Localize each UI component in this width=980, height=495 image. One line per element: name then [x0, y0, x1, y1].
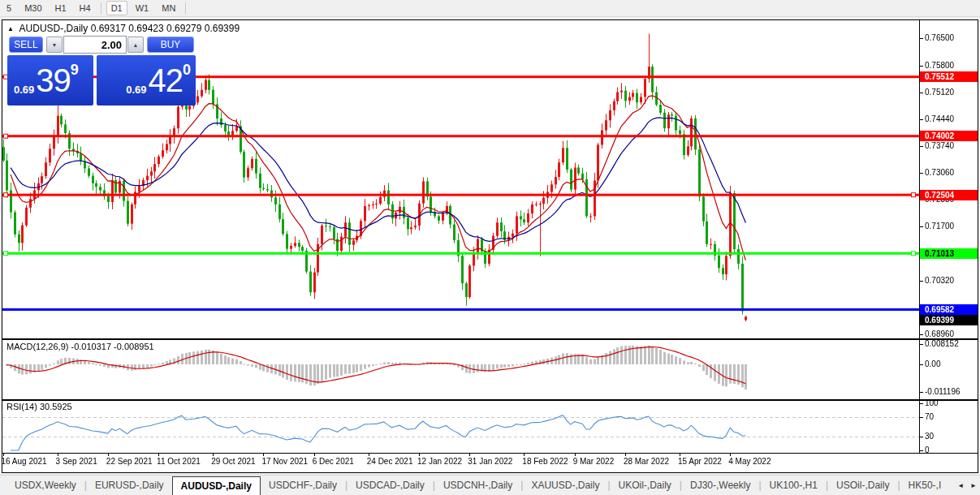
buy-price-display[interactable]: 0.69 42 0 — [97, 55, 196, 105]
rsi-axis-tick: 30 — [925, 432, 934, 441]
date-axis-tick: 29 Oct 2021 — [211, 457, 255, 466]
sell-button[interactable]: SELL — [9, 37, 43, 53]
chart-symbol-label: AUDUSD-,Daily — [19, 23, 89, 34]
buy-button[interactable]: BUY — [147, 37, 194, 53]
timeframe-button-d1[interactable]: D1 — [106, 1, 127, 15]
date-axis-tick: 28 Mar 2022 — [624, 457, 669, 466]
sell-price-small: 0.69 — [14, 84, 34, 96]
timeframe-button-h4[interactable]: H4 — [75, 1, 96, 15]
date-axis-tick: 6 Dec 2021 — [313, 457, 354, 466]
date-axis-tick: 24 Dec 2021 — [367, 457, 413, 466]
line-price-badge: 0.75512 — [920, 71, 978, 82]
volume-input[interactable] — [63, 36, 127, 54]
tab-dj30-weekly[interactable]: DJ30-,Weekly — [682, 476, 758, 495]
price-axis-tick: 0.68960 — [925, 329, 954, 338]
macd-label: MACD(12,26,9) -0.010317 -0.008951 — [6, 342, 154, 351]
sell-price-display[interactable]: 0.69 39 9 — [7, 55, 93, 105]
toolbar-separator — [185, 2, 186, 14]
volume-increase-button[interactable]: ▲ — [127, 37, 144, 53]
tab-usdcnh-daily[interactable]: USDCNH-,Daily — [435, 476, 520, 495]
date-axis-tick: 31 Jan 2022 — [468, 457, 512, 466]
toolbar-separator — [101, 2, 101, 14]
timeframe-button-5[interactable]: 5 — [2, 1, 16, 15]
timeframe-button-h1[interactable]: H1 — [50, 1, 71, 15]
date-axis-tick: 16 Aug 2021 — [2, 457, 47, 466]
buy-price-big: 42 — [148, 64, 183, 97]
rsi-axis-tick: 0 — [925, 446, 930, 454]
buy-price-small: 0.69 — [126, 84, 146, 96]
date-axis-tick: 18 Feb 2022 — [522, 457, 568, 466]
buy-price-pip: 0 — [183, 62, 191, 79]
mt4-terminal: 5M30H1H4D1W1MN ▲ AUDUSD-,Daily 0.69317 0… — [0, 0, 980, 495]
rsi-axis-tick: 70 — [925, 412, 934, 421]
symbol-tab-bar: USDX,Weekly|EURUSD-,DailyAUDUSD-,DailyUS… — [0, 475, 980, 495]
chart-ohlc-label: 0.69317 0.69423 0.69279 0.69399 — [91, 23, 240, 34]
tab-usdchf-daily[interactable]: USDCHF-,Daily — [261, 476, 345, 495]
tab-audusd-daily[interactable]: AUDUSD-,Daily — [172, 476, 261, 495]
price-axis-tick: 0.74440 — [925, 114, 954, 123]
chart-window: ▲ AUDUSD-,Daily 0.69317 0.69423 0.69279 … — [2, 19, 978, 473]
date-axis-tick: 3 Sep 2021 — [56, 457, 97, 466]
tab-scroll-arrows: ◄ ► — [957, 476, 977, 495]
price-axis-tick: 0.75800 — [925, 61, 954, 70]
macd-axis-tick: 0.008152 — [925, 339, 959, 348]
timeframe-toolbar: 5M30H1H4D1W1MN — [0, 0, 980, 17]
price-axis-tick: 0.73060 — [925, 168, 954, 177]
tab-xauusd-daily[interactable]: XAUUSD-,Daily — [523, 476, 607, 495]
tab-usdx-weekly[interactable]: USDX,Weekly — [6, 476, 84, 495]
date-axis-tick: 15 Apr 2022 — [678, 457, 722, 466]
one-click-trade-panel: SELL ▼ ▲ BUY 0.69 39 9 0.69 42 0 — [7, 36, 196, 106]
tab-eurusd-daily[interactable]: EURUSD-,Daily — [87, 476, 172, 495]
date-axis-tick: 22 Sep 2021 — [106, 457, 153, 466]
tab-scroll-right-icon[interactable]: ► — [970, 482, 977, 489]
volume-decrease-button[interactable]: ▼ — [46, 37, 63, 53]
line-price-badge: 0.69582 — [920, 304, 978, 315]
tab-uk100-h1[interactable]: UK100-,H1 — [762, 476, 826, 495]
price-axis-tick: 0.71700 — [925, 222, 954, 230]
price-axis-tick: 0.73740 — [925, 141, 954, 150]
price-axis-tick: 0.76500 — [925, 33, 954, 42]
tab-usdcad-daily[interactable]: USDCAD-,Daily — [348, 476, 433, 495]
tab-ukoil-daily[interactable]: UKOil-,Daily — [611, 476, 680, 495]
tab-usoil-daily[interactable]: USOil-,Daily — [828, 476, 897, 495]
tab-hk50-i[interactable]: HK50-,I — [900, 476, 950, 495]
date-axis-tick: 9 Mar 2022 — [573, 457, 615, 466]
collapse-panel-icon[interactable]: ▲ — [7, 25, 14, 32]
timeframe-button-w1[interactable]: W1 — [131, 1, 154, 15]
current-price-badge: 0.69399 — [920, 315, 978, 325]
rsi-axis-tick: 100 — [925, 398, 939, 407]
date-axis-tick: 11 Oct 2021 — [157, 457, 201, 466]
date-axis-tick: 17 Nov 2021 — [261, 457, 308, 466]
sell-price-pip: 9 — [71, 62, 79, 79]
line-price-badge: 0.72504 — [920, 190, 978, 200]
timeframe-button-m30[interactable]: M30 — [19, 1, 46, 15]
rsi-label: RSI(14) 30.5925 — [6, 402, 72, 411]
tab-scroll-left-icon[interactable]: ◄ — [957, 482, 964, 489]
chart-title: ▲ AUDUSD-,Daily 0.69317 0.69423 0.69279 … — [7, 23, 240, 34]
macd-axis-tick: -0.011196 — [925, 387, 961, 396]
price-axis-tick: 0.75120 — [925, 88, 954, 97]
date-axis-tick: 12 Jan 2022 — [417, 457, 462, 466]
timeframe-button-mn[interactable]: MN — [157, 1, 180, 15]
line-price-badge: 0.74002 — [920, 131, 978, 141]
line-price-badge: 0.71013 — [920, 248, 978, 259]
macd-axis-tick: 0.00 — [925, 359, 940, 368]
date-axis-tick: 4 May 2022 — [728, 457, 771, 466]
price-axis-tick: 0.70320 — [925, 276, 954, 285]
sell-price-big: 39 — [36, 64, 71, 97]
